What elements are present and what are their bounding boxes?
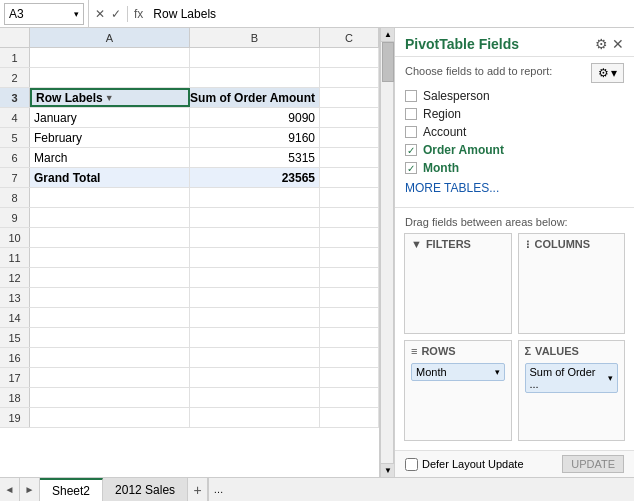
cell-a[interactable] — [30, 348, 190, 367]
cell-c[interactable] — [320, 68, 379, 87]
cell-a[interactable] — [30, 68, 190, 87]
cell-a[interactable] — [30, 268, 190, 287]
cell-a[interactable]: March — [30, 148, 190, 167]
drag-area-values[interactable]: Σ VALUES Sum of Order ... ▾ — [518, 340, 626, 441]
values-sum-chip[interactable]: Sum of Order ... ▾ — [525, 363, 619, 393]
field-checkbox[interactable]: ✓ — [405, 162, 417, 174]
col-header-c[interactable]: C — [320, 28, 379, 47]
main-container: A B C 1 2 3 Row Labels▼ Sum of Order Amo… — [0, 28, 634, 477]
sheet-tab-sheet2[interactable]: Sheet2 — [40, 478, 103, 501]
formula-cancel-icon[interactable]: ✕ — [93, 7, 107, 21]
scroll-up-button[interactable]: ▲ — [381, 28, 395, 42]
field-checkbox[interactable] — [405, 90, 417, 102]
cell-b[interactable]: 9160 — [190, 128, 320, 147]
cell-c[interactable] — [320, 48, 379, 67]
sheet-options-button[interactable]: … — [208, 478, 228, 501]
cell-a[interactable] — [30, 48, 190, 67]
cell-a[interactable]: February — [30, 128, 190, 147]
row-labels-dropdown[interactable]: ▼ — [105, 93, 114, 103]
cell-a[interactable] — [30, 288, 190, 307]
rows-month-chip[interactable]: Month ▾ — [411, 363, 505, 381]
cell-a[interactable] — [30, 408, 190, 427]
cell-c[interactable] — [320, 328, 379, 347]
cell-a[interactable]: Row Labels▼ — [30, 88, 190, 107]
cell-c[interactable] — [320, 188, 379, 207]
cell-b[interactable] — [190, 348, 320, 367]
cell-b[interactable] — [190, 368, 320, 387]
cell-b[interactable]: 5315 — [190, 148, 320, 167]
cell-b[interactable] — [190, 248, 320, 267]
field-checkbox[interactable] — [405, 126, 417, 138]
cell-a[interactable] — [30, 248, 190, 267]
cell-b[interactable] — [190, 288, 320, 307]
cell-c[interactable] — [320, 208, 379, 227]
scroll-thumb[interactable] — [382, 42, 394, 82]
cell-c[interactable] — [320, 288, 379, 307]
cell-a[interactable] — [30, 328, 190, 347]
formula-input[interactable] — [149, 3, 634, 25]
cell-c[interactable] — [320, 88, 379, 107]
scroll-down-button[interactable]: ▼ — [381, 463, 395, 477]
cell-c[interactable] — [320, 228, 379, 247]
cell-c[interactable] — [320, 148, 379, 167]
cell-b[interactable]: 9090 — [190, 108, 320, 127]
cell-b[interactable] — [190, 388, 320, 407]
cell-a[interactable]: Grand Total — [30, 168, 190, 187]
tab-nav-right[interactable]: ► — [20, 478, 40, 501]
col-header-b[interactable]: B — [190, 28, 320, 47]
vertical-scrollbar[interactable]: ▲ ▼ — [380, 28, 394, 477]
pivot-settings-icon[interactable]: ⚙ — [595, 36, 608, 52]
cell-a[interactable] — [30, 208, 190, 227]
cell-a[interactable] — [30, 388, 190, 407]
sheet-tab-2012sales[interactable]: 2012 Sales — [103, 478, 188, 501]
cell-b[interactable]: Sum of Order Amount — [190, 88, 320, 107]
field-item[interactable]: Account — [405, 123, 624, 141]
cell-c[interactable] — [320, 248, 379, 267]
pivot-close-icon[interactable]: ✕ — [612, 36, 624, 52]
cell-c[interactable] — [320, 408, 379, 427]
cell-b[interactable] — [190, 208, 320, 227]
cell-c[interactable] — [320, 268, 379, 287]
field-checkbox[interactable] — [405, 108, 417, 120]
more-tables-link[interactable]: MORE TABLES... — [405, 177, 624, 199]
cell-c[interactable] — [320, 388, 379, 407]
update-button[interactable]: UPDATE — [562, 455, 624, 473]
cell-c[interactable] — [320, 348, 379, 367]
drag-area-columns[interactable]: ⫶ COLUMNS — [518, 233, 626, 334]
cell-b[interactable] — [190, 48, 320, 67]
cell-a[interactable] — [30, 228, 190, 247]
name-box-arrow[interactable]: ▾ — [74, 9, 79, 19]
cell-b[interactable] — [190, 408, 320, 427]
cell-b[interactable] — [190, 308, 320, 327]
name-box[interactable]: A3 ▾ — [4, 3, 84, 25]
cell-b[interactable] — [190, 268, 320, 287]
fields-gear-button[interactable]: ⚙ ▾ — [591, 63, 624, 83]
field-item[interactable]: Salesperson — [405, 87, 624, 105]
cell-c[interactable] — [320, 108, 379, 127]
col-header-a[interactable]: A — [30, 28, 190, 47]
formula-confirm-icon[interactable]: ✓ — [109, 7, 123, 21]
cell-a[interactable] — [30, 368, 190, 387]
filter-icon: ▼ — [411, 238, 422, 250]
cell-b[interactable] — [190, 328, 320, 347]
cell-b[interactable] — [190, 68, 320, 87]
tab-nav-left[interactable]: ◄ — [0, 478, 20, 501]
cell-c[interactable] — [320, 308, 379, 327]
cell-a[interactable] — [30, 188, 190, 207]
drag-area-rows[interactable]: ≡ ROWS Month ▾ — [404, 340, 512, 441]
cell-c[interactable] — [320, 128, 379, 147]
cell-c[interactable] — [320, 368, 379, 387]
defer-checkbox[interactable] — [405, 458, 418, 471]
cell-b[interactable]: 23565 — [190, 168, 320, 187]
cell-a[interactable]: January — [30, 108, 190, 127]
field-item[interactable]: Region — [405, 105, 624, 123]
cell-b[interactable] — [190, 188, 320, 207]
drag-area-filters[interactable]: ▼ FILTERS — [404, 233, 512, 334]
field-item[interactable]: ✓ Month — [405, 159, 624, 177]
cell-c[interactable] — [320, 168, 379, 187]
field-item[interactable]: ✓ Order Amount — [405, 141, 624, 159]
field-checkbox[interactable]: ✓ — [405, 144, 417, 156]
add-sheet-button[interactable]: + — [188, 478, 208, 501]
cell-b[interactable] — [190, 228, 320, 247]
cell-a[interactable] — [30, 308, 190, 327]
